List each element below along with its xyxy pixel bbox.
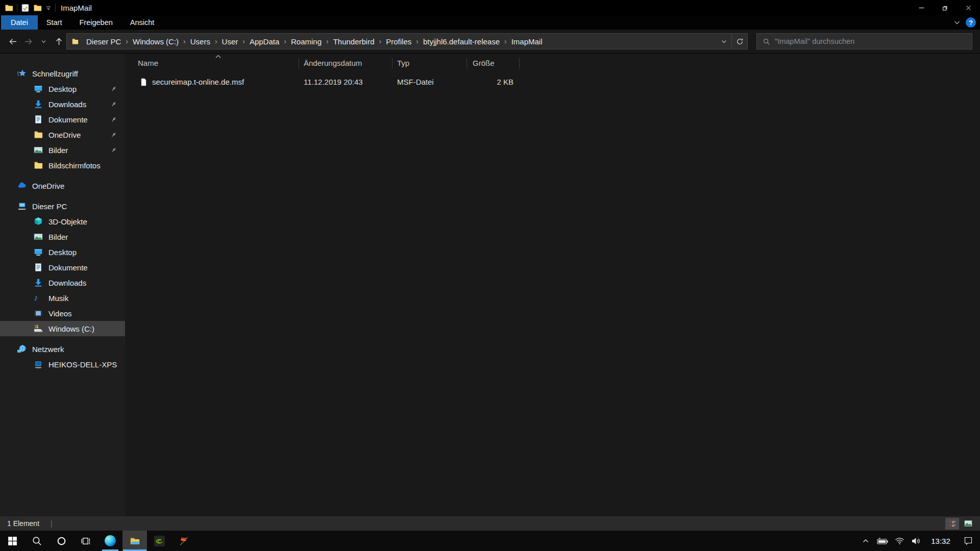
volume-icon[interactable]	[908, 531, 925, 551]
taskbar-search-button[interactable]	[24, 531, 49, 551]
sidebar-item-3d-objekte[interactable]: 3D-Objekte	[0, 214, 125, 229]
address-dropdown-chevron-icon[interactable]	[716, 34, 731, 49]
new-folder-icon[interactable]	[33, 4, 42, 12]
thumbnails-view-button[interactable]	[961, 518, 975, 530]
address-bar[interactable]: Dieser PC›Windows (C:)›Users›User›AppDat…	[66, 33, 748, 49]
ribbon-tab-freigeben[interactable]: Freigeben	[70, 15, 121, 30]
breadcrumb-separator[interactable]: ›	[282, 37, 288, 45]
objects-3d-icon	[34, 217, 43, 226]
sidebar-item-desktop[interactable]: Desktop	[0, 81, 125, 96]
tray-expand-chevron-icon[interactable]	[857, 531, 874, 551]
sidebar-item-downloads[interactable]: Downloads	[0, 96, 125, 112]
search-input[interactable]	[775, 37, 972, 45]
breadcrumb-dieser-pc[interactable]: Dieser PC	[83, 37, 124, 46]
breadcrumb-thunderbird[interactable]: Thunderbird	[330, 37, 378, 46]
taskbar-cortana-button[interactable]	[49, 531, 74, 551]
details-view-button[interactable]	[945, 518, 959, 530]
taskbar-edge-button[interactable]	[98, 531, 122, 551]
breadcrumb-imapmail[interactable]: ImapMail	[508, 37, 546, 46]
breadcrumb-windows-c[interactable]: Windows (C:)	[130, 37, 182, 46]
sidebar-item-downloads[interactable]: Downloads	[0, 275, 125, 290]
sidebar-item-dokumente[interactable]: Dokumente	[0, 112, 125, 127]
restore-button[interactable]	[933, 0, 957, 15]
app-folder-icon	[5, 4, 13, 12]
breadcrumb-separator[interactable]: ›	[378, 37, 383, 45]
breadcrumb-separator[interactable]: ›	[241, 37, 247, 45]
sort-ascending-icon	[215, 54, 222, 59]
ribbon-expand-chevron-icon[interactable]	[953, 19, 961, 26]
taskbar-clock[interactable]: 13:32	[925, 537, 957, 545]
ribbon-tab-start[interactable]: Start	[38, 15, 71, 30]
sidebar-item-desktop[interactable]: Desktop	[0, 244, 125, 260]
forward-button[interactable]	[20, 34, 36, 49]
properties-check-icon[interactable]	[21, 4, 30, 12]
sidebar-item-onedrive[interactable]: OneDrive	[0, 178, 125, 193]
sidebar-item-heikos-dell-xps[interactable]: HEIKOS-DELL-XPS	[0, 357, 125, 372]
column-header-typ[interactable]: Typ	[393, 54, 467, 72]
action-center-icon[interactable]	[957, 531, 980, 551]
pin-icon[interactable]	[110, 132, 117, 138]
desktop-icon	[34, 247, 43, 257]
breadcrumb-profiles[interactable]: Profiles	[383, 37, 414, 46]
sidebar-item-dokumente[interactable]: Dokumente	[0, 260, 125, 275]
breadcrumb-separator[interactable]: ›	[325, 37, 330, 45]
breadcrumb-separator[interactable]: ›	[414, 37, 420, 45]
qat-customize-chevron-icon[interactable]	[45, 5, 52, 11]
taskbar-task-view-button[interactable]	[74, 531, 98, 551]
column-header-nderungsdatum[interactable]: Änderungsdatum	[299, 54, 393, 72]
sidebar-item-windows-c[interactable]: Windows (C:)	[0, 321, 125, 336]
view-toggle-buttons	[945, 518, 975, 530]
sidebar-item-bildschirmfotos[interactable]: Bildschirmfotos	[0, 158, 125, 173]
sidebar-item-schnellzugriff[interactable]: Schnellzugriff	[0, 66, 125, 81]
sidebar-item-netzwerk[interactable]: Netzwerk	[0, 341, 125, 357]
ribbon-tab-datei[interactable]: Datei	[1, 15, 38, 30]
taskbar-explorer-button[interactable]	[122, 531, 147, 551]
search-box[interactable]	[756, 33, 972, 49]
sidebar-item-bilder[interactable]: Bilder	[0, 142, 125, 158]
pin-icon[interactable]	[110, 116, 117, 123]
column-header-gr-e[interactable]: Größe	[467, 54, 520, 72]
pin-icon[interactable]	[110, 86, 117, 92]
status-bar: 1 Element |	[0, 516, 980, 531]
breadcrumb-user[interactable]: User	[219, 37, 241, 46]
divider	[55, 4, 56, 12]
taskbar-graphics-app-button[interactable]	[172, 531, 196, 551]
breadcrumb-roaming[interactable]: Roaming	[288, 37, 325, 46]
pin-icon[interactable]	[110, 147, 117, 154]
close-button[interactable]	[957, 0, 980, 15]
wifi-icon[interactable]	[891, 531, 908, 551]
breadcrumb-btyjjhl6-default-release[interactable]: btyjjhl6.default-release	[420, 37, 503, 46]
taskbar-nvidia-button[interactable]	[147, 531, 172, 551]
sidebar-item-musik[interactable]: ♪Musik	[0, 290, 125, 306]
column-header-name[interactable]: Name	[125, 54, 299, 72]
main-area: SchnellzugriffDesktopDownloadsDokumenteO…	[0, 54, 980, 516]
sidebar-item-label: Schnellzugriff	[32, 69, 78, 78]
breadcrumb-appdata[interactable]: AppData	[247, 37, 282, 46]
recent-locations-chevron-icon[interactable]	[36, 34, 51, 49]
taskbar-start-button[interactable]	[0, 531, 24, 551]
file-list-pane: NameÄnderungsdatumTypGröße secureimap.t-…	[125, 54, 980, 516]
sidebar-item-dieser-pc[interactable]: Dieser PC	[0, 198, 125, 214]
breadcrumb-users[interactable]: Users	[187, 37, 213, 46]
file-size: 2 KB	[467, 78, 520, 86]
up-button[interactable]	[51, 34, 66, 49]
minimize-button[interactable]	[910, 0, 933, 15]
music-icon: ♪	[34, 293, 43, 303]
file-row[interactable]: secureimap.t-online.de.msf 11.12.2019 20…	[125, 75, 980, 89]
sidebar-item-onedrive[interactable]: OneDrive	[0, 127, 125, 142]
breadcrumb-separator[interactable]: ›	[182, 37, 187, 45]
ribbon-tab-ansicht[interactable]: Ansicht	[121, 15, 163, 30]
breadcrumb-separator[interactable]: ›	[503, 37, 508, 45]
pin-icon[interactable]	[110, 101, 117, 108]
battery-icon[interactable]	[874, 531, 891, 551]
help-button[interactable]: ?	[966, 17, 976, 28]
breadcrumb-separator[interactable]: ›	[213, 37, 219, 45]
sidebar-item-label: OneDrive	[48, 131, 81, 139]
sidebar-item-videos[interactable]: Videos	[0, 306, 125, 321]
sidebar-item-label: HEIKOS-DELL-XPS	[48, 360, 117, 369]
back-button[interactable]	[5, 34, 20, 49]
sidebar-item-bilder[interactable]: Bilder	[0, 229, 125, 244]
quick-access-icon	[17, 69, 27, 78]
breadcrumb-separator[interactable]: ›	[124, 37, 130, 45]
refresh-button[interactable]	[732, 34, 747, 49]
